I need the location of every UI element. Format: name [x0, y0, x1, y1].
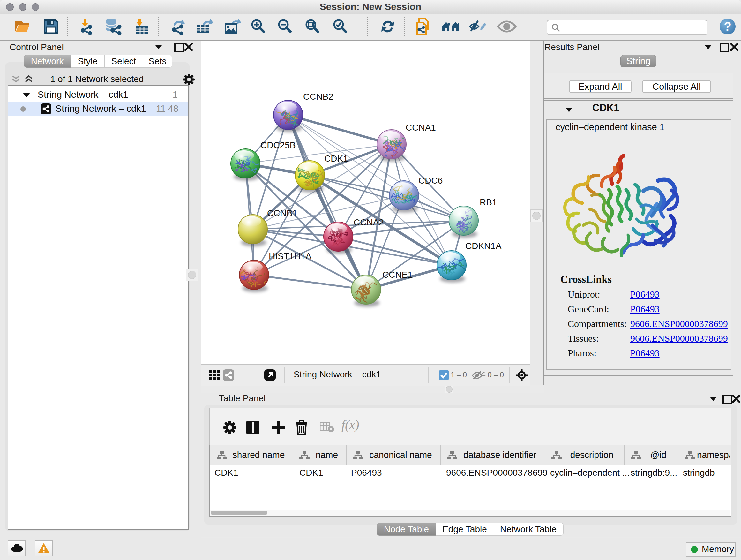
svg-text:CCNB2: CCNB2 — [303, 91, 333, 102]
svg-text:CDKN1A: CDKN1A — [465, 241, 502, 251]
svg-text:RB1: RB1 — [480, 197, 497, 207]
svg-text:CCNA2: CCNA2 — [354, 217, 384, 227]
svg-text:HIST1H1A: HIST1H1A — [269, 251, 312, 261]
svg-text:CCNA1: CCNA1 — [406, 123, 436, 132]
svg-text:CDK1: CDK1 — [324, 153, 348, 164]
svg-text:CCNE1: CCNE1 — [382, 270, 413, 280]
svg-text:CCNB1: CCNB1 — [267, 208, 297, 218]
svg-text:CDC25B: CDC25B — [260, 140, 295, 150]
svg-text:CDC6: CDC6 — [418, 176, 443, 186]
